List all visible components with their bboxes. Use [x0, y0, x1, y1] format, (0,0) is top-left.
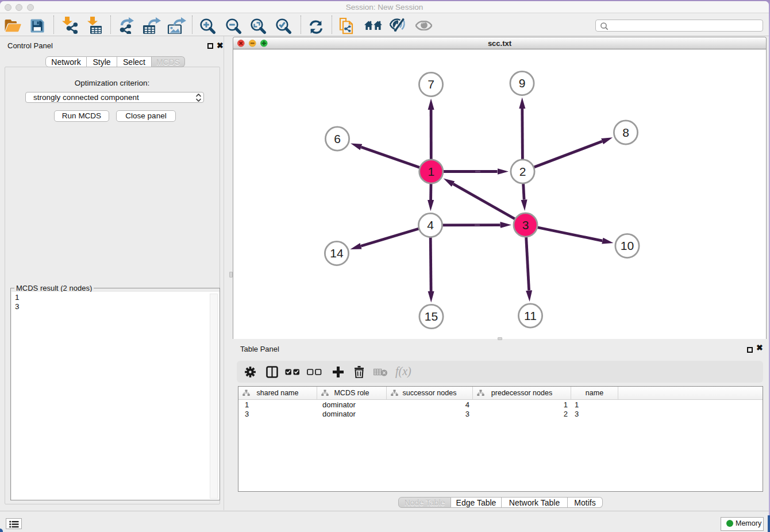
svg-text:14: 14 [330, 246, 344, 260]
svg-text:2: 2 [519, 165, 526, 178]
svg-text:10: 10 [621, 239, 634, 252]
svg-text:11: 11 [524, 309, 537, 322]
svg-text:8: 8 [622, 126, 629, 139]
svg-text:15: 15 [425, 310, 438, 323]
svg-text:9: 9 [519, 76, 526, 90]
svg-text:7: 7 [428, 78, 434, 91]
svg-text:4: 4 [427, 218, 434, 232]
svg-text:3: 3 [522, 218, 529, 232]
svg-text:6: 6 [334, 132, 341, 145]
svg-text:1: 1 [428, 165, 434, 178]
